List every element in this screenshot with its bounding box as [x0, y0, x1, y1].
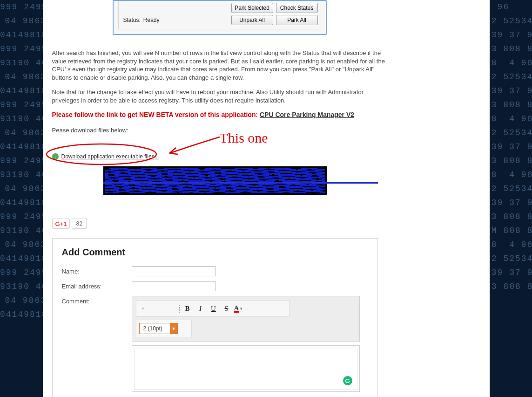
app-inner: Park Selected Check Status Status: Ready…: [118, 1, 321, 29]
check-status-button[interactable]: Check Status: [276, 3, 318, 13]
background-numbers-left: 999 2495 04 9863 04149818 999 2495 93190…: [0, 0, 47, 397]
bold-button[interactable]: B: [182, 303, 193, 314]
italic-button[interactable]: I: [195, 303, 206, 314]
park-selected-button[interactable]: Park Selected: [231, 3, 273, 13]
name-input[interactable]: [132, 266, 215, 276]
name-label: Name:: [62, 266, 132, 275]
download-link[interactable]: Download application executable files...: [61, 153, 159, 160]
gplus-row: G+1 82: [52, 219, 387, 229]
park-all-button[interactable]: Park All: [276, 15, 318, 25]
editor-wrap: B I U S A▾ 2 (10pt) ▼: [132, 296, 368, 392]
comment-label: Comment:: [62, 296, 132, 305]
article-content: Park Selected Check Status Status: Ready…: [52, 0, 387, 397]
blue-underline: [103, 182, 378, 184]
beta-link[interactable]: CPU Core Parking Manager V2: [260, 111, 354, 118]
comment-box: Add Comment Name: Email address: Comment…: [52, 238, 378, 397]
strike-button[interactable]: S: [221, 303, 232, 314]
comment-heading: Add Comment: [62, 247, 368, 258]
grammarly-icon[interactable]: G: [343, 376, 352, 385]
status-label: Status:: [123, 17, 141, 23]
editor-toolbar: B I U S A▾ 2 (10pt) ▼: [132, 296, 360, 342]
app-window: Park Selected Check Status Status: Ready…: [113, 0, 327, 35]
annotation-text: This one: [220, 130, 268, 146]
paragraph-1: After search has finished, you will see …: [52, 49, 387, 82]
blue-scribble: [105, 168, 325, 193]
status-value: Ready: [143, 17, 160, 23]
editor-area: G: [132, 345, 360, 392]
font-size-select[interactable]: 2 (10pt) ▼: [139, 323, 178, 334]
page-container: Park Selected Check Status Status: Ready…: [43, 0, 490, 397]
toolbar-dot-left: [142, 308, 144, 309]
gplus-count: 82: [72, 219, 86, 229]
comment-textarea[interactable]: G: [134, 348, 357, 390]
annotation-arrow: [164, 135, 224, 158]
redacted-ad: [103, 166, 327, 195]
font-size-value: 2 (10pt): [140, 324, 170, 333]
download-row: ↓ Download application executable files.…: [52, 153, 387, 160]
unpark-all-button[interactable]: Unpark All: [231, 15, 273, 25]
download-icon: ↓: [52, 153, 59, 160]
gplus-button[interactable]: G+1: [52, 219, 70, 229]
text-color-button[interactable]: A▾: [234, 305, 243, 313]
email-input[interactable]: [132, 281, 215, 291]
dropdown-arrow-icon[interactable]: ▼: [170, 323, 177, 334]
background-numbers-right: 4 96 62 52534 939 37 9 43 808 8 18 4 96 …: [485, 0, 532, 397]
paragraph-2: Note that for the change to take effect …: [52, 88, 387, 104]
toolbar-handle-icon[interactable]: [178, 304, 180, 313]
email-label: Email address:: [62, 281, 132, 290]
beta-line: Please follow the link to get NEW BETA v…: [52, 111, 387, 118]
beta-prefix: Please follow the link to get NEW BETA v…: [52, 111, 260, 118]
underline-button[interactable]: U: [208, 303, 219, 314]
